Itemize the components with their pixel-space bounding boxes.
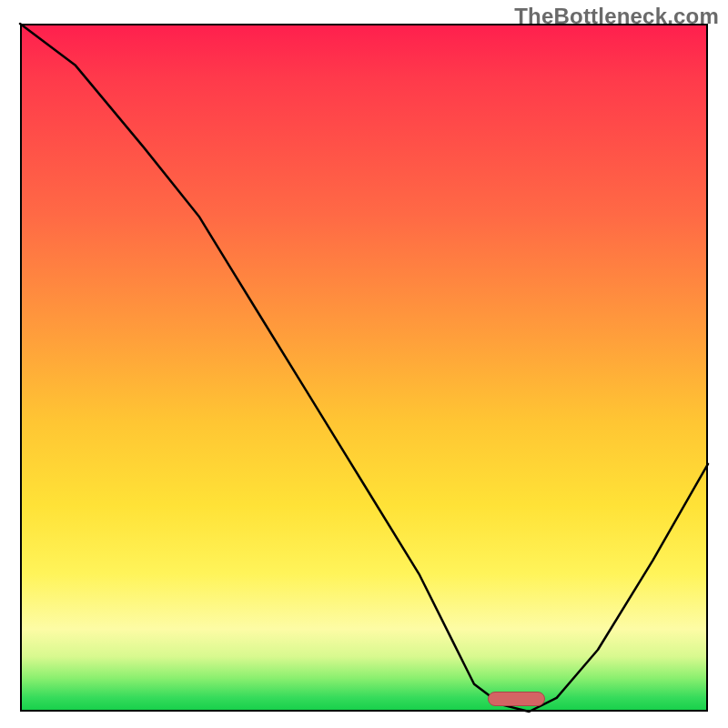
optimal-marker (488, 692, 544, 706)
bottleneck-curve (20, 24, 708, 712)
chart-root: TheBottleneck.com (0, 0, 728, 728)
plot-area (20, 24, 708, 712)
curve-svg (20, 24, 708, 712)
